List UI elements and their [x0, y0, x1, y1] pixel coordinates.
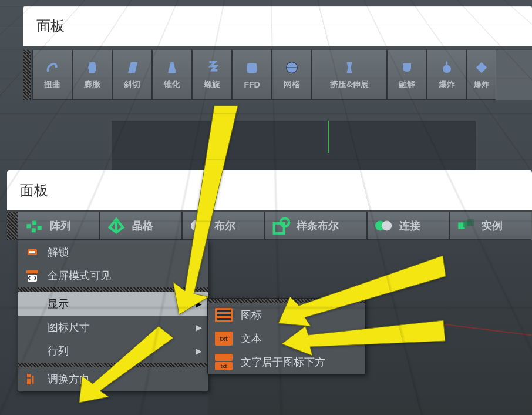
panel-drag-handle[interactable] — [23, 50, 31, 100]
panel2-drag-handle[interactable] — [7, 212, 18, 240]
tool-mesh[interactable]: 网格 — [272, 50, 312, 100]
unlock-icon — [24, 244, 41, 260]
mesh-icon — [284, 59, 300, 76]
tool-connect[interactable]: 连接 — [367, 212, 449, 240]
bulge-icon — [84, 59, 100, 76]
splineboole-icon — [271, 216, 291, 236]
taper-icon — [164, 59, 180, 76]
menu-label: 解锁 — [48, 245, 69, 259]
svg-marker-28 — [282, 320, 445, 356]
svg-rect-3 — [446, 62, 447, 65]
instance-icon — [456, 216, 476, 236]
spiral-icon — [204, 59, 220, 76]
tool-shear[interactable]: 斜切 — [112, 50, 152, 100]
array-icon — [24, 216, 44, 236]
tool-bulge[interactable]: 膨胀 — [72, 50, 112, 100]
tool-explode[interactable]: 爆炸 — [427, 50, 467, 100]
tool-spiral[interactable]: 螺旋 — [192, 50, 232, 100]
fullscreen-icon — [24, 267, 41, 284]
svg-marker-27 — [278, 256, 446, 326]
panel-title-2: 面板 — [20, 182, 48, 198]
svg-rect-21 — [26, 270, 38, 273]
tool-array[interactable]: 阵列 — [18, 212, 100, 240]
svg-rect-23 — [27, 374, 31, 377]
connect-icon — [373, 216, 393, 236]
panel-title: 面板 — [36, 18, 65, 34]
svg-point-2 — [443, 65, 451, 73]
menu-label: 全屏模式可见 — [48, 269, 111, 283]
menu-label: 显示 — [48, 297, 69, 311]
arrow-annotation — [282, 317, 446, 359]
tool-melt[interactable]: 融解 — [387, 50, 427, 100]
tool-explodefz[interactable]: 爆炸 — [467, 50, 496, 100]
svg-rect-18 — [467, 219, 474, 225]
text-mode-icon: txt — [215, 332, 233, 346]
svg-rect-24 — [27, 379, 31, 384]
svg-point-15 — [382, 220, 392, 230]
tool-instance[interactable]: 实例 — [449, 212, 531, 240]
panel-header: 面板 — [23, 6, 532, 46]
svg-marker-4 — [476, 62, 487, 73]
shear-icon — [124, 59, 140, 76]
twist-icon — [44, 59, 60, 76]
svg-marker-25 — [173, 106, 238, 314]
menu-label: 行列 — [48, 344, 69, 358]
svg-rect-8 — [32, 228, 36, 232]
tool-squash[interactable]: 挤压&伸展 — [312, 50, 387, 100]
svg-rect-7 — [38, 226, 42, 230]
melt-icon — [399, 59, 415, 76]
svg-rect-6 — [32, 220, 36, 225]
svg-rect-5 — [26, 224, 31, 228]
tool-ffd[interactable]: FFD — [232, 50, 272, 100]
deformer-toolbar: 扭曲 膨胀 斜切 锥化 螺旋 FFD 网格 — [32, 50, 532, 100]
ffd-icon — [244, 60, 260, 76]
svg-marker-26 — [79, 326, 173, 403]
tool-splineboole[interactable]: 样条布尔 — [264, 212, 367, 240]
modeling-toolbar: 阵列 晶格 布尔 样条布尔 连接 实例 — [18, 212, 532, 240]
squash-icon — [341, 59, 358, 76]
viewport-object — [112, 121, 476, 170]
svg-rect-20 — [29, 251, 35, 253]
lattice-icon — [106, 216, 126, 236]
transpose-icon — [24, 371, 41, 387]
tool-twist[interactable]: 扭曲 — [32, 50, 72, 100]
explodefz-icon — [473, 59, 490, 76]
submenu-arrow-icon: ▶ — [196, 323, 202, 332]
tool-lattice[interactable]: 晶格 — [100, 212, 182, 240]
arrow-annotation — [76, 323, 176, 406]
tool-taper[interactable]: 锥化 — [152, 50, 192, 100]
submenu-label: 文本 — [241, 332, 262, 346]
panel-header-2: 面板 — [7, 170, 532, 210]
axis-y-indicator — [328, 121, 329, 153]
explode-icon — [439, 59, 455, 76]
svg-rect-0 — [247, 63, 257, 73]
arrow-annotation — [173, 100, 244, 317]
text-below-icon: txt — [215, 353, 233, 372]
submenu-label: 图标 — [241, 308, 262, 322]
submenu-arrow-icon: ▶ — [196, 346, 202, 356]
